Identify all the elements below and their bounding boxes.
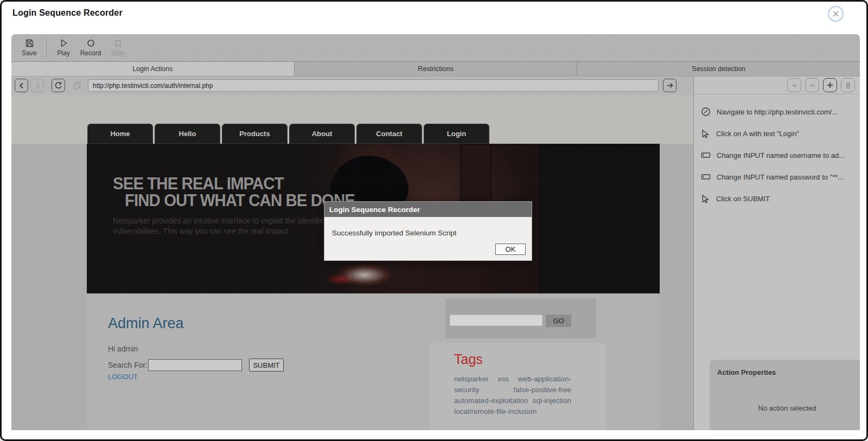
no-action-selected-text: No action selected [710, 404, 860, 412]
action-item-label: Change INPUT named username to ad... [717, 151, 845, 159]
tab-restrictions[interactable]: Restrictions [295, 62, 578, 76]
action-properties-title: Action Properties [710, 360, 860, 376]
play-icon [59, 39, 68, 48]
action-item-change-username[interactable]: Change INPUT named username to ad... [694, 144, 860, 166]
add-action-button[interactable] [823, 78, 837, 92]
save-icon [25, 39, 34, 48]
admin-search-input[interactable] [148, 359, 242, 371]
back-button[interactable] [15, 79, 28, 92]
action-list: Navigate to http://php.testinvicti.com/.… [694, 94, 860, 209]
cursor-click-icon [701, 129, 710, 138]
refresh-button[interactable] [52, 79, 65, 92]
close-button[interactable] [828, 6, 844, 22]
dialog-message: Successfully imported Selenium Script [332, 229, 457, 237]
action-item-navigate[interactable]: Navigate to http://php.testinvicti.com/.… [694, 101, 860, 123]
site-tab-login[interactable]: Login [424, 124, 489, 144]
action-item-label: Change INPUT named password to "**... [717, 173, 844, 181]
action-item-label: Click on A with text "Login" [716, 130, 799, 138]
sidebar-search-input[interactable] [450, 315, 542, 326]
admin-greeting: Hi admin [108, 344, 138, 353]
site-tab-contact[interactable]: Contact [356, 124, 422, 144]
site-nav-tabs: Home Hello Products About Contact Login [87, 124, 489, 144]
tag-link[interactable]: false-positive-free [513, 386, 571, 394]
tag-link[interactable]: automated-exploitation [454, 397, 528, 405]
logout-link[interactable]: LOGOUT [108, 373, 138, 381]
tags-widget: Tags netsparker xss web-application-secu… [430, 343, 606, 430]
tag-link[interactable]: xss [498, 375, 509, 383]
search-for-label: Search For: [108, 361, 148, 369]
site-tab-products[interactable]: Products [222, 124, 288, 144]
forward-button [30, 79, 44, 92]
site-content: Admin Area Hi admin Search For: SUBMIT L… [87, 293, 660, 430]
record-button[interactable]: Record [77, 36, 104, 60]
record-icon [86, 39, 95, 48]
import-result-dialog: Login Sequence Recorder Successfully imp… [324, 201, 532, 261]
tags-cloud: netsparker xss web-application-security … [454, 374, 571, 417]
toolbar-divider [46, 38, 47, 57]
site-tab-hello[interactable]: Hello [155, 124, 220, 144]
tag-link[interactable]: netsparker [454, 375, 489, 383]
hero-headline-2: FIND OUT WHAT CAN BE DONE [125, 191, 355, 210]
delete-action-button [841, 78, 855, 92]
action-item-label: Click on SUBMIT [716, 195, 770, 203]
toolbar: Save Play Record [11, 34, 860, 61]
browser-nav-bar [11, 76, 693, 94]
move-up-button [805, 78, 819, 92]
copy-sequence-icon [70, 79, 84, 92]
go-button[interactable] [663, 79, 676, 92]
cursor-click-icon [701, 194, 710, 203]
sidebar-search-widget: GO [445, 298, 596, 338]
dialog-title: Login Sequence Recorder [324, 202, 532, 217]
stop-icon [113, 39, 123, 48]
site-tab-home[interactable]: Home [87, 124, 153, 144]
input-field-icon [701, 172, 711, 182]
tags-heading: Tags [454, 351, 483, 367]
browser-viewport: Home Hello Products About Contact Login … [11, 95, 693, 430]
actions-panel-toolbar [694, 76, 860, 94]
close-icon [832, 10, 839, 17]
save-button[interactable]: Save [16, 36, 43, 60]
url-input[interactable] [88, 79, 659, 92]
dialog-ok-button[interactable]: OK [495, 244, 526, 255]
admin-submit-button[interactable]: SUBMIT [249, 359, 284, 372]
tab-session-detection[interactable]: Session detection [577, 62, 860, 76]
sidebar-go-button[interactable]: GO [546, 315, 571, 327]
section-tabs: Login Actions Restrictions Session detec… [11, 61, 860, 76]
input-field-icon [701, 150, 711, 160]
tab-login-actions[interactable]: Login Actions [11, 62, 295, 76]
tag-link[interactable]: sql-injection [533, 397, 571, 405]
admin-area-heading: Admin Area [108, 315, 184, 332]
action-item-label: Navigate to http://php.testinvicti.com/.… [717, 108, 838, 116]
action-item-click-login[interactable]: Click on A with text "Login" [694, 123, 860, 144]
move-down-button [787, 78, 801, 92]
tag-link[interactable]: local/remote-file-inclusion [454, 407, 537, 416]
record-label: Record [80, 49, 101, 57]
action-properties-panel: Action Properties No action selected [710, 360, 860, 430]
window-title: Login Sequence Recorder [12, 8, 123, 18]
action-item-click-submit[interactable]: Click on SUBMIT [694, 188, 860, 209]
stop-button: Stop [104, 36, 131, 60]
save-label: Save [22, 49, 36, 57]
navigate-icon [701, 107, 711, 117]
login-actions-panel: Navigate to http://php.testinvicti.com/.… [693, 76, 860, 430]
site-tab-about[interactable]: About [289, 124, 355, 144]
play-label: Play [57, 49, 69, 57]
stop-label: Stop [111, 49, 125, 57]
action-item-change-password[interactable]: Change INPUT named password to "**... [694, 166, 860, 188]
login-sequence-recorder-window: Login Sequence Recorder Save [0, 0, 868, 441]
play-button[interactable]: Play [50, 36, 77, 60]
